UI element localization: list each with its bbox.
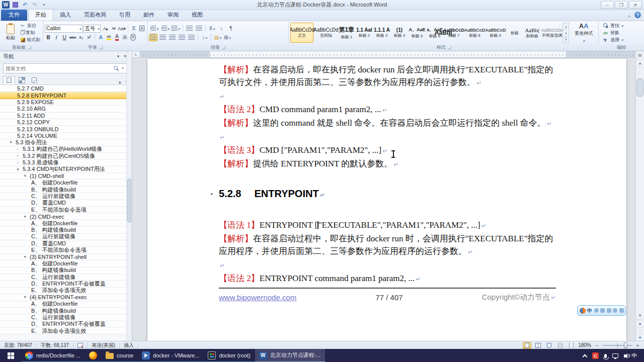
taskbar-item-firefox[interactable] (85, 349, 101, 362)
gallery-scroll-up-icon[interactable] (563, 23, 569, 30)
undo-button[interactable] (21, 2, 29, 9)
language-indicator[interactable]: 英语(美国) (88, 342, 120, 348)
scroll-down-icon[interactable] (636, 312, 644, 320)
superscript-button[interactable] (86, 34, 93, 41)
tab-insert[interactable]: 插入 (53, 10, 77, 21)
nav-options-dropdown-icon[interactable]: ▾ (115, 53, 122, 60)
zoom-slider-thumb[interactable] (624, 342, 627, 348)
ime-chinese-mode-icon[interactable]: 中 (587, 307, 592, 314)
change-styles-button[interactable]: AA 更改样式 (571, 22, 597, 43)
tab-references[interactable]: 引用 (113, 10, 137, 21)
collapse-arrow-icon[interactable] (24, 215, 30, 219)
nav-tree-item[interactable]: A、 创建Dockerfile (0, 220, 132, 227)
redo-button[interactable] (31, 2, 38, 9)
nav-tree-item[interactable]: 5.3 指令用法 (0, 139, 132, 146)
nav-tree-item[interactable]: B、 构建镜像build (0, 267, 132, 274)
numbering-button[interactable] (160, 25, 170, 32)
taskbar-item-chrome[interactable]: redis/Dockerfile ... (21, 349, 85, 362)
style-gallery-item[interactable]: a、AaE标题 6 (426, 23, 443, 43)
tab-review[interactable]: 审阅 (161, 10, 185, 21)
tab-page-layout[interactable]: 页面布局 (77, 10, 113, 21)
cut-button[interactable]: 剪切 (20, 23, 41, 29)
collapse-arrow-icon[interactable] (24, 295, 30, 299)
style-gallery-item[interactable]: 1.1.1 A标题 3 (373, 23, 390, 43)
enclose-characters-button[interactable] (129, 34, 136, 41)
clipboard-dialog-launcher[interactable] (28, 46, 31, 49)
taskbar-item-vmware[interactable]: docker - VMware... (138, 349, 203, 362)
tab-selector[interactable]: L (132, 51, 140, 57)
strikethrough-button[interactable] (69, 34, 76, 41)
nav-tree-item[interactable]: D、 ENTRYPOINT不会被覆盖 (0, 321, 132, 328)
font-family-combo[interactable]: Calibri (45, 25, 83, 33)
nav-tree-item[interactable]: E、 不能添加命令选项 (0, 247, 132, 253)
expand-arrow-icon[interactable] (17, 147, 23, 151)
font-color-button[interactable] (113, 34, 120, 41)
minimize-ribbon-icon[interactable] (628, 12, 630, 18)
style-gallery-item[interactable]: 1.1 Aal标题 2 (356, 23, 373, 43)
footer-link[interactable]: www.bjpowernode.com (219, 293, 296, 302)
shading-button[interactable]: ▨ (213, 34, 222, 41)
volume-tray-icon[interactable] (624, 354, 626, 357)
nav-tree-item[interactable]: 5.3.4 CMD与ENTERYPOINT用法 (0, 166, 132, 173)
nav-tree-item[interactable]: 5.3.2 构建自己的CentOS镜像 (0, 153, 132, 159)
ruler-show-hide-icon[interactable]: ▤ (636, 51, 644, 59)
ime-fullhalf-icon[interactable] (594, 308, 599, 313)
style-gallery-item[interactable]: (1)标题 4 (391, 23, 408, 43)
font-size-combo[interactable]: 五号 (84, 25, 101, 33)
nav-tree-item[interactable]: C、 运行新建镜像 (0, 314, 132, 321)
nav-tree-item[interactable]: C、 运行新建镜像 (0, 274, 132, 281)
document-page[interactable]: 【解析】在容器启动后，即在执行完 docker run 后会立即调用执行"EXE… (147, 59, 626, 341)
zoom-in-button[interactable]: + (634, 342, 641, 348)
nav-tree-item[interactable]: 5.2.9 EXPOSE (0, 99, 132, 106)
ime-logo-icon[interactable] (580, 308, 586, 314)
format-painter-button[interactable]: 格式刷 (20, 37, 41, 43)
sort-button[interactable]: ↕ (217, 25, 226, 32)
decrease-indent-button[interactable] (185, 25, 194, 32)
screen-recorder-tray-icon[interactable]: C (592, 352, 599, 359)
microphone-tray-icon[interactable] (604, 354, 607, 358)
line-spacing-button[interactable]: ↕ (200, 34, 209, 41)
qat-customize-dropdown[interactable] (40, 2, 48, 9)
align-center-button[interactable] (158, 34, 167, 41)
styles-dialog-launcher[interactable] (448, 46, 451, 49)
gallery-more-icon[interactable] (563, 36, 569, 42)
close-button[interactable]: ✕ (629, 1, 642, 9)
fullscreen-reading-view-button[interactable] (534, 342, 542, 349)
nav-tree-item[interactable]: D、 覆盖CMD (0, 200, 132, 207)
italic-button[interactable] (53, 34, 60, 41)
find-button[interactable]: 查找 (603, 23, 642, 29)
align-left-button[interactable] (149, 34, 157, 41)
ime-punctuation-icon[interactable] (600, 308, 605, 313)
collapse-arrow-icon[interactable] (24, 174, 30, 178)
style-gallery-item[interactable]: AaBbCcD标题 8 (464, 23, 485, 43)
document-canvas[interactable]: 【解析】在容器启动后，即在执行完 docker run 后会立即调用执行"EXE… (132, 58, 635, 341)
style-gallery-item[interactable]: AaBbCcDd无间隔 (314, 23, 337, 43)
underline-button[interactable] (61, 34, 68, 41)
tab-home[interactable]: 开始 (28, 9, 53, 21)
nav-tab-headings[interactable] (3, 76, 15, 84)
highlight-color-button[interactable] (105, 34, 112, 41)
nav-tree-item[interactable]: 5.3.1 构建自己的HelloWorld镜像 (0, 146, 132, 153)
replace-button[interactable]: 替换 (603, 30, 642, 36)
nav-scrollbar-thumb[interactable] (127, 178, 131, 223)
restore-button[interactable]: ❐ (615, 1, 628, 9)
collapse-arrow-icon[interactable] (24, 255, 30, 259)
gallery-scroll-down-icon[interactable] (563, 30, 569, 36)
start-button[interactable] (0, 349, 21, 362)
zoom-slider[interactable] (603, 345, 632, 346)
increase-indent-button[interactable] (195, 25, 203, 32)
tab-mailings[interactable]: 邮件 (137, 10, 161, 21)
ime-user-icon[interactable] (613, 308, 617, 313)
grow-font-button[interactable] (102, 25, 109, 32)
style-gallery-item[interactable]: AaBbCcDd正文 (290, 23, 313, 43)
ime-settings-icon[interactable] (619, 308, 624, 313)
expand-arrow-icon[interactable] (17, 160, 23, 164)
tab-file[interactable]: 文件 (1, 10, 27, 21)
borders-button[interactable]: ⊞ (223, 34, 231, 41)
nav-tree-item[interactable]: D、 ENTRYPOINT不会被覆盖 (0, 281, 132, 287)
style-gallery-item[interactable]: AaBbCcD标题 9 (486, 23, 506, 43)
draft-view-button[interactable] (567, 342, 576, 349)
asian-layout-button[interactable]: X (208, 25, 216, 32)
style-gallery-item[interactable]: AaBb(标题 (506, 23, 523, 43)
scroll-up-icon[interactable] (636, 59, 644, 67)
